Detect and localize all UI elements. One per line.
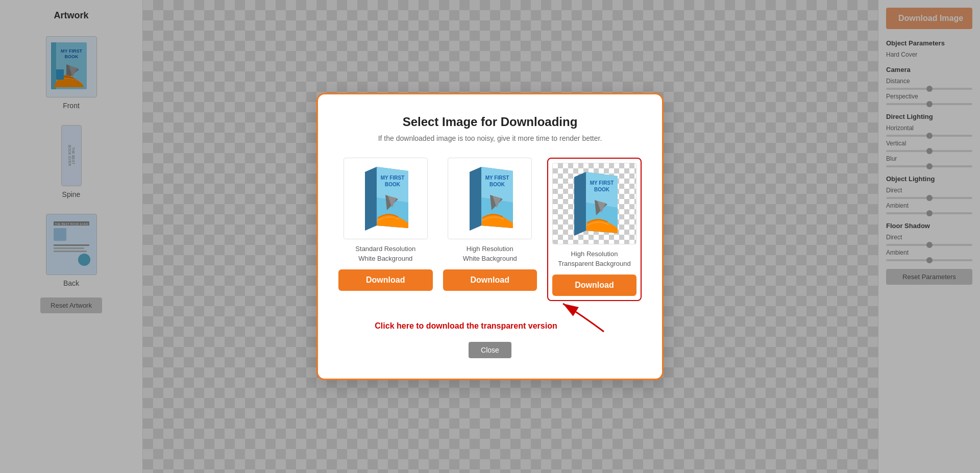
transparent-preview: MY FIRST BOOK	[552, 163, 636, 244]
svg-text:BOOK: BOOK	[594, 187, 610, 192]
close-button-container: Close	[338, 342, 642, 358]
high-preview: MY FIRST BOOK	[448, 158, 532, 239]
standard-preview: MY FIRST BOOK	[344, 158, 428, 239]
modal-title: Select Image for Downloading	[338, 115, 642, 129]
high-label: High ResolutionWhite Background	[463, 244, 517, 263]
modal-subtitle: If the downloaded image is too noisy, gi…	[338, 134, 642, 142]
svg-marker-43	[574, 172, 586, 236]
svg-marker-34	[470, 167, 481, 231]
transparent-label: High ResolutionTransparent Background	[558, 250, 631, 268]
option-high: MY FIRST BOOK High ResolutionWhite Backg…	[443, 158, 537, 301]
svg-text:BOOK: BOOK	[489, 182, 505, 187]
modal-overlay: Select Image for Downloading If the down…	[0, 0, 980, 473]
option-standard: MY FIRST BOOK Standard ResolutionWhite B…	[338, 158, 433, 301]
svg-text:MY FIRST: MY FIRST	[485, 175, 509, 181]
arrow-graphic	[532, 296, 614, 337]
svg-text:MY FIRST: MY FIRST	[590, 180, 613, 186]
standard-label: Standard ResolutionWhite Background	[355, 244, 415, 263]
download-standard-button[interactable]: Download	[338, 269, 433, 291]
svg-text:BOOK: BOOK	[385, 182, 401, 187]
download-transparent-button[interactable]: Download	[552, 275, 636, 296]
download-modal: Select Image for Downloading If the down…	[316, 93, 664, 380]
transparent-cta-text: Click here to download the transparent v…	[338, 321, 594, 331]
download-high-button[interactable]: Download	[443, 269, 537, 291]
download-options-container: MY FIRST BOOK Standard ResolutionWhite B…	[338, 158, 642, 301]
svg-text:MY FIRST: MY FIRST	[381, 175, 404, 181]
option-transparent: MY FIRST BOOK High ResolutionTransparent…	[547, 158, 642, 301]
close-modal-button[interactable]: Close	[469, 342, 511, 358]
svg-marker-24	[365, 167, 377, 231]
cta-container: Click here to download the transparent v…	[338, 311, 642, 337]
